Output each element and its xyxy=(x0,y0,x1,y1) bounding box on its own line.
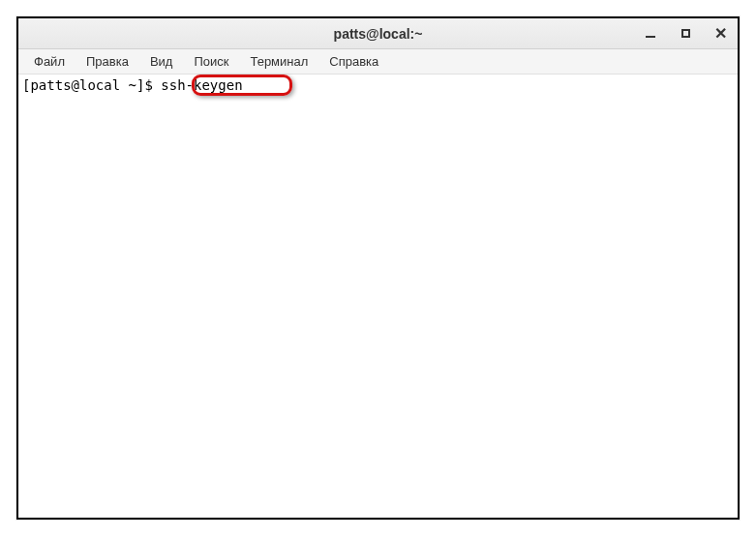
terminal-body[interactable]: [patts@local ~]$ ssh-keygen xyxy=(18,75,738,518)
window-title: patts@local:~ xyxy=(334,26,423,42)
terminal-command: ssh-keygen xyxy=(161,77,242,93)
menu-edit[interactable]: Правка xyxy=(76,51,138,72)
terminal-window: patts@local:~ ✕ Файл Правка Вид Поиск Те… xyxy=(16,16,740,520)
menubar: Файл Правка Вид Поиск Терминал Справка xyxy=(18,49,738,75)
maximize-button[interactable] xyxy=(674,22,697,45)
menu-view[interactable]: Вид xyxy=(140,51,183,72)
menu-terminal[interactable]: Терминал xyxy=(240,51,318,72)
menu-help[interactable]: Справка xyxy=(319,51,388,72)
minimize-icon xyxy=(646,36,655,38)
terminal-line: [patts@local ~]$ ssh-keygen xyxy=(22,76,734,95)
close-button[interactable]: ✕ xyxy=(709,22,732,45)
titlebar: patts@local:~ ✕ xyxy=(18,18,738,49)
close-icon: ✕ xyxy=(714,26,727,42)
window-controls: ✕ xyxy=(639,22,732,45)
menu-file[interactable]: Файл xyxy=(24,51,75,72)
menu-search[interactable]: Поиск xyxy=(184,51,238,72)
terminal-prompt: [patts@local ~]$ xyxy=(22,77,161,93)
minimize-button[interactable] xyxy=(639,22,662,45)
maximize-icon xyxy=(681,29,690,38)
